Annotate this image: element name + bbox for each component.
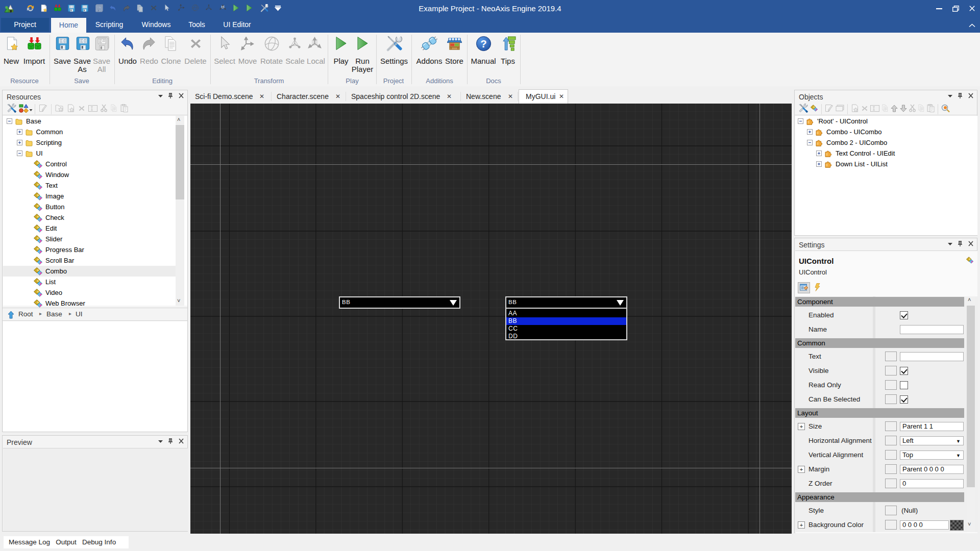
svg-text:?: ? <box>480 38 486 49</box>
